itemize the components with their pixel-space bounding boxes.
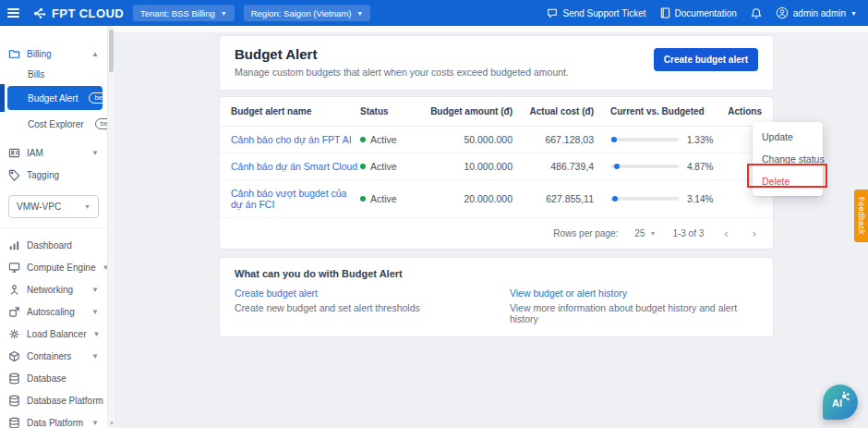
database-icon	[8, 373, 20, 385]
column-header-actual: Actual cost (đ)	[512, 106, 594, 116]
status-label: Active	[370, 134, 397, 145]
status-badge: Active	[360, 193, 429, 204]
pagination-range: 1-3 of 3	[672, 228, 704, 238]
sidebar-label: Billing	[27, 49, 52, 59]
sidebar-item-autoscaling[interactable]: Autoscaling ▼	[0, 300, 107, 323]
sidebar-label: Database Platform	[27, 396, 103, 406]
sidebar-item-data-platform[interactable]: Data Platform ▼	[0, 411, 107, 428]
active-status-dot-icon	[360, 137, 366, 142]
info-card-title: What can you do with Budget Alert	[235, 268, 758, 279]
main-content: Budget Alert Manage custom budgets that …	[219, 35, 774, 337]
ai-chat-bubble-button[interactable]: AI	[823, 385, 858, 420]
status-badge: Active	[360, 134, 429, 145]
sidebar-item-iam[interactable]: IAM ▼	[0, 141, 107, 164]
actual-cost-value: 486.739,4	[512, 161, 594, 172]
sidebar-label: IAM	[27, 148, 43, 158]
content-top-strip	[115, 26, 868, 32]
documentation-link[interactable]: Documentation	[660, 7, 737, 18]
row-actions-context-menu: Update Change status Delete	[753, 122, 823, 196]
chevron-down-icon: ▼	[84, 203, 90, 210]
previous-page-button[interactable]: ‹	[720, 226, 731, 240]
active-item-stripe	[0, 84, 5, 112]
progress-bar	[610, 165, 679, 168]
chevron-down-icon: ▼	[93, 330, 101, 338]
beta-badge: beta	[89, 92, 107, 104]
chevron-down-icon: ▼	[91, 149, 99, 157]
vpc-selector[interactable]: VMW-VPC ▼	[8, 195, 99, 218]
tenant-label: Tenant: BSS Billing	[140, 8, 215, 18]
next-page-button[interactable]: ›	[749, 226, 760, 240]
create-budget-alert-description: Create new budget and set alert threshol…	[235, 302, 510, 313]
status-label: Active	[370, 193, 397, 204]
feedback-tab[interactable]: Feedback	[854, 190, 868, 242]
column-header-actions: Actions	[723, 106, 762, 116]
sidebar-item-dashboard[interactable]: Dashboard	[0, 234, 107, 256]
sidebar-label: Tagging	[27, 170, 59, 180]
sidebar-item-bills[interactable]: Bills	[0, 65, 107, 84]
top-navbar: FPT CLOUD Tenant: BSS Billing ▼ Region: …	[0, 0, 868, 26]
create-budget-alert-button[interactable]: Create budget alert	[654, 48, 758, 71]
monitor-icon	[8, 262, 20, 274]
actual-cost-value: 667.128,03	[512, 134, 594, 145]
context-menu-change-status[interactable]: Change status	[753, 148, 823, 170]
sidebar-label: Data Platform	[27, 418, 83, 428]
progress-indicator	[614, 164, 620, 169]
actual-cost-value: 627.855,11	[512, 193, 594, 204]
sidebar-item-containers[interactable]: Containers ▼	[0, 345, 107, 367]
sidebar-item-database-platform[interactable]: Database Platform ▼	[0, 389, 107, 411]
tenant-selector[interactable]: Tenant: BSS Billing ▼	[133, 5, 235, 21]
sidebar-item-compute-engine[interactable]: Compute Engine ▼	[0, 256, 107, 278]
scrollbar-down-arrow[interactable]: ▼	[108, 421, 115, 426]
user-menu[interactable]: admin admin ▼	[776, 6, 857, 19]
fpt-cloud-logo: FPT CLOUD	[33, 6, 124, 20]
load-balancer-icon	[8, 328, 20, 340]
scrollbar-thumb[interactable]	[109, 30, 114, 72]
support-ticket-icon	[547, 7, 558, 18]
sidebar-label: Networking	[27, 285, 73, 295]
avatar	[776, 6, 789, 19]
chevron-down-icon: ▼	[356, 10, 363, 17]
vpc-selected-value: VMW-VPC	[17, 202, 61, 212]
column-header-budget: Budget amount (đ)	[429, 106, 512, 116]
sidebar-item-networking[interactable]: Networking ▼	[0, 278, 107, 300]
budget-amount-value: 10.000.000	[429, 161, 512, 172]
bar-chart-icon	[8, 239, 20, 251]
rows-per-page-label: Rows per page:	[553, 228, 618, 238]
sidebar-item-tagging[interactable]: Tagging	[0, 164, 107, 186]
context-menu-update[interactable]: Update	[753, 126, 823, 148]
create-budget-alert-link[interactable]: Create budget alert	[235, 287, 510, 299]
view-budget-history-link[interactable]: View budget or alert history	[510, 287, 758, 299]
progress-bar	[610, 138, 679, 141]
table-pagination: Rows per page: 25 ▼ 1-3 of 3 ‹ ›	[220, 218, 773, 249]
budget-alert-name-link[interactable]: Cảnh báo cho dự án FPT AI	[231, 134, 352, 145]
chevron-down-icon: ▼	[221, 10, 227, 17]
sidebar-item-cost-explorer[interactable]: Cost Explorer beta	[0, 112, 107, 136]
progress-indicator	[611, 137, 617, 142]
status-badge: Active	[360, 161, 429, 172]
active-status-dot-icon	[360, 164, 366, 169]
table-header-row: Budget alert name Status Budget amount (…	[220, 97, 773, 127]
notifications-bell-icon[interactable]	[751, 7, 762, 19]
percent-value: 1.33%	[687, 135, 713, 145]
progress-bar	[610, 197, 679, 201]
sidebar-item-budget-alert[interactable]: Budget Alert beta	[7, 86, 102, 110]
budget-amount-value: 50.000.000	[429, 134, 512, 145]
support-ticket-label: Send Support Ticket	[562, 8, 645, 18]
budget-alert-name-link[interactable]: Cảnh báo vượt bugdet của dự án FCI	[231, 188, 346, 210]
fpt-logo-icon	[33, 6, 47, 20]
sidebar-item-database[interactable]: Database	[0, 367, 107, 389]
sidebar-item-load-balancer[interactable]: Load Balancer ▼	[0, 323, 107, 345]
hamburger-menu-icon[interactable]	[0, 0, 26, 26]
progress-indicator	[612, 196, 618, 202]
budget-alert-name-link[interactable]: Cảnh báo dự án Smart Cloud	[231, 161, 357, 172]
region-selector[interactable]: Region: Saigon (Vietnam) ▼	[244, 5, 371, 21]
budget-amount-value: 20.000.000	[429, 193, 512, 204]
autoscaling-icon	[8, 306, 20, 318]
percent-value: 3.14%	[687, 194, 713, 204]
rows-per-page-select[interactable]: 25 ▼	[634, 228, 656, 238]
sidebar-scrollbar[interactable]: ▼	[107, 26, 115, 428]
sidebar-item-billing[interactable]: Billing ▲	[0, 43, 107, 65]
send-support-ticket-link[interactable]: Send Support Ticket	[547, 7, 645, 18]
sidebar: Billing ▲ Bills Budget Alert beta Cost E…	[0, 26, 115, 428]
context-menu-delete[interactable]: Delete	[753, 170, 823, 192]
